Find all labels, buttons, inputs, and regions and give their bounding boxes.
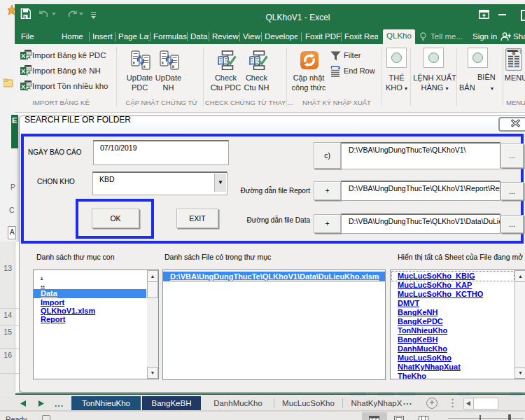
svg-text:X: X [21,67,26,75]
svg-text:X: X [21,83,26,90]
svg-text:X: X [21,52,26,59]
